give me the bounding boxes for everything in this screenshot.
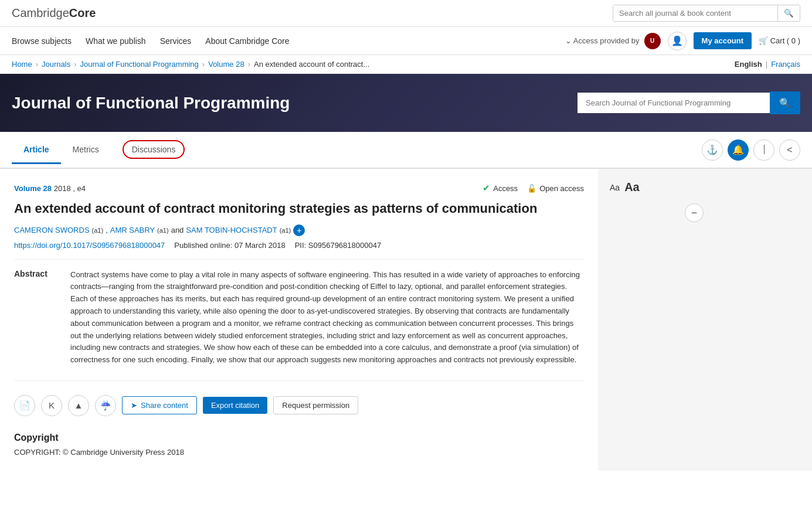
journal-search-input[interactable] — [577, 93, 770, 113]
author-2[interactable]: AMR SABRY — [110, 226, 155, 234]
tabs-left: Article Metrics Discussions — [12, 132, 196, 168]
font-controls: Aa Aa — [610, 181, 704, 194]
k-button[interactable]: K — [41, 395, 62, 416]
tab-discussions[interactable]: Discussions — [111, 132, 197, 169]
volume-link[interactable]: Volume 28 — [14, 184, 52, 193]
breadcrumb-sep-4: › — [248, 60, 250, 69]
published-date: Published online: 07 March 2018 — [174, 241, 285, 250]
access-text: Access provided by — [573, 36, 640, 45]
copyright-section: Copyright COPYRIGHT: © Cambridge Univers… — [14, 433, 584, 457]
lang-separator: | — [766, 60, 767, 69]
zoom-out-button[interactable]: − — [685, 203, 704, 222]
rss-button[interactable]: ⏐ — [753, 139, 774, 161]
cloud-save-button[interactable]: ☔ — [95, 395, 116, 416]
affil-1: (a1) — [92, 227, 104, 234]
open-access-icon: 🔓 — [527, 184, 536, 193]
breadcrumb-current: An extended account of contract... — [254, 60, 369, 69]
request-permission-button[interactable]: Request permission — [273, 396, 358, 414]
add-author-button[interactable]: + — [293, 224, 305, 236]
affil-2: (a1) — [157, 227, 169, 234]
lang-english[interactable]: English — [735, 60, 762, 69]
logo-core: Core — [69, 6, 96, 19]
journal-title: Journal of Functional Programming — [12, 94, 290, 113]
access-badges: ✔ Access 🔓 Open access — [483, 183, 584, 193]
article-sidebar: Aa Aa − — [598, 169, 715, 471]
lang-french[interactable]: Français — [771, 60, 800, 69]
volume-info: Volume 28 2018 , e4 — [14, 184, 86, 193]
cart-label: Cart ( 0 ) — [770, 36, 800, 45]
breadcrumb-sep-2: › — [74, 60, 76, 69]
affil-3: (a1) — [280, 227, 291, 234]
breadcrumb-bar: Home › Journals › Journal of Functional … — [0, 55, 812, 74]
breadcrumb-sep-1: › — [36, 60, 38, 69]
breadcrumb-journal-name[interactable]: Journal of Functional Programming — [80, 60, 199, 69]
share-label: Share content — [141, 401, 188, 410]
main-content: Volume 28 2018 , e4 ✔ Access 🔓 Open acce… — [0, 169, 812, 471]
nav-about[interactable]: About Cambridge Core — [205, 28, 289, 54]
user-icon-button[interactable]: 👤 — [668, 32, 687, 50]
journal-banner: Journal of Functional Programming 🔍 — [0, 74, 812, 132]
author-1[interactable]: CAMERON SWORDS — [14, 226, 90, 234]
global-search-box[interactable]: 🔍 — [613, 5, 800, 22]
copyright-title: Copyright — [14, 433, 584, 443]
share-content-button[interactable]: ➤ Share content — [122, 396, 197, 414]
tab-metrics[interactable]: Metrics — [61, 137, 111, 164]
article-volume-line: Volume 28 2018 , e4 ✔ Access 🔓 Open acce… — [14, 183, 584, 193]
article-tabs-bar: Article Metrics Discussions ⚓ 🔔 ⏐ < — [0, 132, 812, 169]
tabs-right-actions: ⚓ 🔔 ⏐ < — [702, 139, 800, 161]
copyright-text: COPYRIGHT: © Cambridge University Press … — [14, 448, 584, 457]
year-issue: 2018 , e4 — [54, 184, 86, 193]
top-bar: CambridgeCore 🔍 — [0, 0, 812, 27]
article-authors: CAMERON SWORDS (a1) , AMR SABRY (a1) and… — [14, 224, 584, 236]
abstract-section: Abstract Contract systems have come to p… — [14, 269, 584, 381]
nav-browse-subjects[interactable]: Browse subjects — [12, 28, 72, 54]
dropbox-button[interactable]: ▲ — [68, 395, 89, 416]
author-3[interactable]: SAM TOBIN-HOCHSTADT — [186, 226, 277, 234]
notification-button[interactable]: 🔔 — [728, 139, 749, 161]
article-main: Volume 28 2018 , e4 ✔ Access 🔓 Open acce… — [0, 169, 598, 471]
nav-bar: Browse subjects What we publish Services… — [0, 27, 812, 55]
abstract-label: Abstract — [14, 269, 61, 366]
journal-search-button[interactable]: 🔍 — [770, 91, 800, 114]
cambridge-core-logo: CambridgeCore — [12, 6, 96, 20]
article-title: An extended account of contract monitori… — [14, 200, 584, 217]
bookmark-button[interactable]: ⚓ — [702, 139, 723, 161]
article-meta: https://doi.org/10.1017/S095679681800004… — [14, 241, 584, 250]
global-search-input[interactable] — [613, 5, 777, 21]
doi-link[interactable]: https://doi.org/10.1017/S095679681800004… — [14, 241, 165, 250]
breadcrumb-volume[interactable]: Volume 28 — [208, 60, 244, 69]
font-small-button[interactable]: Aa — [610, 183, 620, 192]
my-account-button[interactable]: My account — [694, 32, 752, 49]
breadcrumb-journals[interactable]: Journals — [42, 60, 70, 69]
abstract-text: Contract systems have come to play a vit… — [70, 269, 584, 366]
open-access-label: Open access — [539, 184, 584, 193]
share-icon-button[interactable]: < — [779, 139, 800, 161]
breadcrumb-home[interactable]: Home — [12, 60, 32, 69]
access-label: Access — [493, 184, 518, 193]
pii: PII: S0956796818000047 — [295, 241, 381, 250]
nav-what-we-publish[interactable]: What we publish — [86, 28, 146, 54]
access-badge: ✔ Access — [483, 183, 518, 193]
open-access-badge: 🔓 Open access — [527, 184, 584, 193]
logo-cambridge: Cambridge — [12, 6, 69, 19]
pdf-download-button[interactable]: 📄 — [14, 395, 35, 416]
breadcrumb: Home › Journals › Journal of Functional … — [12, 60, 369, 69]
export-citation-button[interactable]: Export citation — [203, 397, 267, 414]
discussions-circle-label: Discussions — [123, 140, 185, 159]
nav-services[interactable]: Services — [160, 28, 192, 54]
journal-search-box[interactable]: 🔍 — [577, 91, 800, 114]
nav-links: Browse subjects What we publish Services… — [12, 28, 565, 54]
access-provided-badge: ⌄ Access provided by U — [565, 33, 661, 49]
nav-right-actions: ⌄ Access provided by U 👤 My account 🛒 Ca… — [565, 32, 800, 50]
language-switcher: English | Français — [735, 60, 800, 69]
share-arrow-icon: ➤ — [131, 401, 137, 410]
global-search-button[interactable]: 🔍 — [777, 5, 800, 21]
access-check-icon: ✔ — [483, 183, 490, 193]
university-logo: U — [644, 33, 661, 49]
action-row: 📄 K ▲ ☔ ➤ Share content Export citation … — [14, 395, 584, 416]
tab-article[interactable]: Article — [12, 137, 61, 164]
cart-button[interactable]: 🛒 Cart ( 0 ) — [759, 36, 800, 45]
breadcrumb-sep-3: › — [202, 60, 205, 69]
font-large-button[interactable]: Aa — [624, 181, 640, 194]
